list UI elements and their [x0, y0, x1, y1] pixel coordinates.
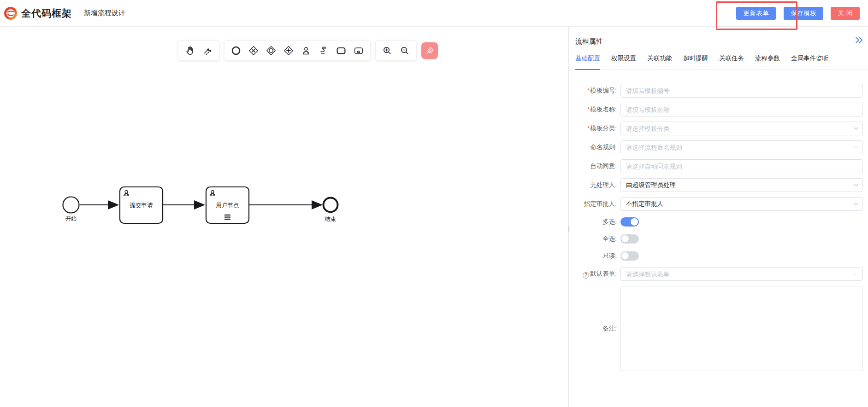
panel-collapse-button[interactable] — [855, 36, 863, 44]
zoom-in-icon — [382, 45, 393, 56]
tool-group-palette — [224, 41, 371, 61]
exclusive-gateway-tool-button[interactable] — [248, 45, 260, 57]
space-tool-button[interactable] — [201, 45, 213, 57]
hand-icon — [184, 45, 195, 56]
auto-agree-input[interactable] — [620, 159, 863, 173]
form-row: 备注: — [569, 286, 863, 371]
basic-config-form: *模板编号: *模板名称: *模板分类: 命名规则: — [569, 70, 868, 371]
parallel-gateway-icon — [283, 45, 294, 56]
app-root: 全代码框架 新增流程设计 更新表单 保存模板 关 闭 开始 — [0, 0, 868, 407]
field-label: 默认表单: — [590, 270, 617, 277]
field-label: 指定审批人: — [584, 200, 617, 207]
field-label: 命名规则: — [590, 144, 617, 151]
tab-process-params[interactable]: 流程参数 — [755, 54, 780, 70]
multi-select-toggle[interactable] — [620, 217, 639, 227]
panel-tabs: 基础配置 权限设置 关联功能 超时提醒 关联任务 流程参数 全局事件监听 — [569, 54, 868, 70]
field-label: 全选: — [602, 235, 617, 242]
field-label: 自动同意: — [590, 163, 617, 169]
script-task-tool-button[interactable] — [318, 45, 330, 57]
start-event-label: 开始 — [65, 215, 77, 222]
template-code-input[interactable] — [620, 84, 863, 98]
task-icon — [336, 45, 347, 56]
tool-group-zoom — [375, 41, 417, 61]
form-row: *模板编号: — [569, 84, 863, 98]
zoom-in-button[interactable] — [381, 45, 393, 57]
subprocess-collapsed-icon — [353, 45, 364, 56]
app-logo-icon — [4, 6, 18, 20]
form-row: 全选: — [569, 233, 863, 245]
close-button[interactable]: 关 闭 — [831, 7, 860, 20]
field-label: 无处理人: — [590, 181, 617, 188]
double-chevron-right-icon — [855, 36, 863, 44]
tab-related-function[interactable]: 关联功能 — [647, 54, 672, 70]
select-all-toggle[interactable] — [620, 234, 639, 244]
bpmn-canvas[interactable]: 开始 提交申请 用户节点 — [0, 27, 568, 407]
form-row: *模板名称: — [569, 103, 863, 116]
assigned-approver-select[interactable] — [620, 197, 863, 211]
app-title: 全代码框架 — [21, 7, 72, 20]
user-task-tool-button[interactable] — [300, 45, 312, 57]
form-row: *模板分类: — [569, 122, 863, 135]
required-mark: * — [587, 106, 590, 113]
zoom-out-icon — [399, 45, 410, 56]
readonly-toggle[interactable] — [620, 251, 639, 261]
inclusive-gateway-icon — [266, 45, 277, 56]
space-tool-icon — [202, 45, 213, 56]
properties-panel: 流程属性 基础配置 权限设置 关联功能 超时提醒 关联任务 流程参数 全局事件监… — [568, 27, 868, 407]
field-label: 模板分类: — [590, 125, 617, 132]
zoom-out-button[interactable] — [399, 45, 411, 57]
tab-basic-config[interactable]: 基础配置 — [575, 54, 600, 70]
start-event-node[interactable]: 开始 — [63, 197, 79, 222]
header: 全代码框架 新增流程设计 更新表单 保存模板 关 闭 — [0, 0, 868, 27]
form-row: 多选: — [569, 216, 863, 228]
end-event-node[interactable]: 结束 — [324, 198, 338, 223]
form-row: 无处理人: — [569, 178, 863, 192]
required-mark: * — [587, 125, 590, 132]
task-label: 提交申请 — [130, 202, 154, 209]
field-label: 模板编号: — [590, 87, 617, 94]
tab-related-task[interactable]: 关联任务 — [719, 54, 744, 70]
start-event-tool-button[interactable] — [230, 45, 242, 57]
subprocess-tool-button[interactable] — [353, 45, 365, 57]
remark-textarea[interactable] — [620, 286, 863, 371]
process-diagram: 开始 提交申请 用户节点 — [0, 27, 568, 407]
task-tool-button[interactable] — [335, 45, 347, 57]
canvas-toolbar — [178, 41, 438, 61]
clear-canvas-button[interactable] — [421, 42, 438, 59]
template-category-select[interactable] — [620, 122, 863, 135]
field-label: 多选: — [602, 218, 617, 225]
parallel-gateway-tool-button[interactable] — [283, 45, 295, 57]
form-row: ?默认表单: ··· — [569, 267, 863, 281]
save-template-button[interactable]: 保存模板 — [784, 7, 823, 20]
panel-title: 流程属性 — [569, 27, 868, 46]
script-task-icon — [318, 45, 329, 56]
template-name-input[interactable] — [620, 103, 863, 116]
page-title: 新增流程设计 — [84, 9, 125, 17]
tab-global-events[interactable]: 全局事件监听 — [791, 54, 828, 70]
naming-rule-input[interactable] — [620, 140, 863, 154]
default-form-input[interactable] — [620, 267, 863, 281]
field-label: 备注: — [602, 325, 617, 332]
tool-group-cursor — [178, 41, 219, 61]
task-node-submit[interactable]: 提交申请 — [120, 187, 163, 223]
end-event-label: 结束 — [325, 216, 337, 222]
form-row: 指定审批人: — [569, 197, 863, 211]
start-event-icon — [230, 45, 242, 56]
user-task-icon — [301, 45, 312, 56]
form-row: 只读: — [569, 250, 863, 262]
field-label: 只读: — [602, 252, 617, 259]
no-handler-select[interactable] — [620, 178, 863, 192]
field-label: 模板名称: — [590, 106, 617, 113]
tab-timeout-reminder[interactable]: 超时提醒 — [683, 54, 708, 70]
update-form-button[interactable]: 更新表单 — [736, 7, 776, 20]
required-mark: * — [587, 87, 590, 94]
task-label: 用户节点 — [216, 202, 239, 209]
hand-tool-button[interactable] — [184, 45, 196, 57]
exclusive-gateway-icon — [248, 45, 259, 56]
brush-icon — [425, 46, 435, 56]
tab-permission[interactable]: 权限设置 — [611, 54, 636, 70]
panel-resize-handle[interactable] — [567, 225, 571, 234]
form-row: 自动同意: — [569, 159, 863, 173]
task-node-user[interactable]: 用户节点 — [206, 187, 249, 223]
inclusive-gateway-tool-button[interactable] — [265, 45, 277, 57]
